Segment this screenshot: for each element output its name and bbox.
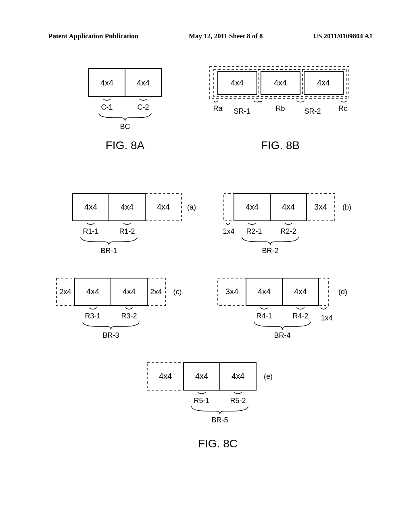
page-header: Patent Application Publication May 12, 2… xyxy=(48,32,373,40)
a-c1: 4x4 xyxy=(84,202,97,211)
label-sr1: SR-1 xyxy=(234,107,250,115)
header-left: Patent Application Publication xyxy=(48,32,138,40)
label-ra: Ra xyxy=(213,104,223,112)
fig-8a: 4x4 4x4 C-1 C-2 BC FIG. 8A xyxy=(81,64,181,157)
svg-rect-11 xyxy=(224,193,234,221)
label-bc: BC xyxy=(120,123,130,131)
e-r2: R5-2 xyxy=(230,397,246,405)
d-br: BR-4 xyxy=(274,331,290,339)
fig-8c-title: FIG. 8C xyxy=(198,437,238,450)
e-c2: 4x4 xyxy=(195,372,208,380)
a-br: BR-1 xyxy=(100,247,117,255)
c-lead: 2x4 xyxy=(59,288,71,296)
b-br: BR-2 xyxy=(262,247,278,255)
cell-c2: 4x4 xyxy=(137,78,150,87)
d-c2: 4x4 xyxy=(294,287,307,296)
b-lead: 1x4 xyxy=(223,227,234,235)
label-rb: Rb xyxy=(275,104,285,112)
d-lead: 3x4 xyxy=(225,287,238,296)
c-r2: R3-2 xyxy=(121,312,137,320)
a-r2: R1-2 xyxy=(119,227,135,235)
e-c1: 4x4 xyxy=(159,372,172,380)
fig-8b: 4x4 4x4 4x4 Ra SR-1 Rb SR-2 Rc FIG. 8B xyxy=(206,64,355,157)
b-c2: 4x4 xyxy=(282,202,295,211)
cell-rc: 4x4 xyxy=(317,78,330,87)
b-r2: R2-2 xyxy=(280,227,296,235)
b-c3: 3x4 xyxy=(314,202,327,211)
a-c2: 4x4 xyxy=(121,202,133,211)
header-right: US 2011/0109804 A1 xyxy=(313,32,373,40)
c-c3: 2x4 xyxy=(150,288,162,296)
d-c1: 4x4 xyxy=(258,287,271,296)
a-tag: (a) xyxy=(187,203,196,211)
d-r2: R4-2 xyxy=(292,312,308,320)
b-r1: R2-1 xyxy=(246,227,262,235)
c-tag: (c) xyxy=(173,288,182,296)
variant-b: 4x4 4x4 3x4 (b) 1x4 R2-1 R2-2 BR-2 xyxy=(223,193,351,255)
label-c2: C-2 xyxy=(137,103,149,111)
e-tag: (e) xyxy=(264,372,273,380)
c-br: BR-3 xyxy=(102,331,119,339)
d-r1: R4-1 xyxy=(256,312,272,320)
c-r1: R3-1 xyxy=(85,312,100,320)
cell-ra: 4x4 xyxy=(231,78,244,87)
svg-rect-22 xyxy=(319,278,329,305)
a-r1: R1-1 xyxy=(83,227,98,235)
label-sr2: SR-2 xyxy=(304,107,321,115)
fig-8c: 4x4 4x4 4x4 (a) R1-1 R1-2 BR-1 4x4 4x4 3… xyxy=(48,189,391,472)
fig-8b-title: FIG. 8B xyxy=(261,139,300,152)
b-tag: (b) xyxy=(342,203,351,211)
e-br: BR-5 xyxy=(211,416,228,424)
label-rc: Rc xyxy=(338,104,347,112)
cell-rb: 4x4 xyxy=(274,78,287,87)
label-c1: C-1 xyxy=(101,103,113,111)
a-c3: 4x4 xyxy=(157,202,170,211)
fig-8a-title: FIG. 8A xyxy=(106,139,145,152)
e-c3: 4x4 xyxy=(232,372,244,380)
cell-c1: 4x4 xyxy=(100,78,113,87)
variant-e: 4x4 4x4 4x4 (e) R5-1 R5-2 BR-5 xyxy=(147,363,273,424)
c-c2: 4x4 xyxy=(123,287,136,296)
d-trail: 1x4 xyxy=(321,314,332,322)
variant-a: 4x4 4x4 4x4 (a) R1-1 R1-2 BR-1 xyxy=(73,193,196,255)
page: Patent Application Publication May 12, 2… xyxy=(0,0,413,532)
variant-c: 2x4 4x4 4x4 2x4 (c) R3-1 R3-2 BR-3 xyxy=(56,278,182,339)
b-c1: 4x4 xyxy=(246,202,259,211)
c-c1: 4x4 xyxy=(86,287,99,296)
variant-d: 3x4 4x4 4x4 (d) R4-1 R4-2 1x4 BR-4 xyxy=(218,278,347,339)
e-r1: R5-1 xyxy=(194,397,209,405)
d-tag: (d) xyxy=(338,288,347,296)
header-center: May 12, 2011 Sheet 8 of 8 xyxy=(189,32,263,40)
